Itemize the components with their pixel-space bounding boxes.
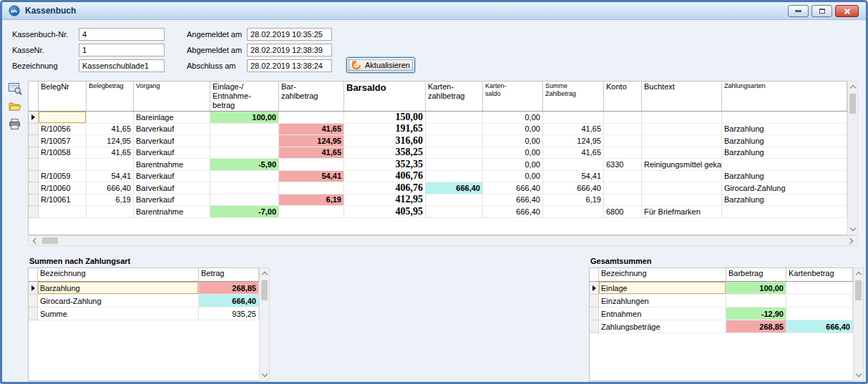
cell-belegbetrag[interactable]: 41,65 [87, 124, 134, 136]
gesamt-vertical-scrollbar[interactable] [853, 267, 864, 381]
cell-summezahl[interactable]: 124,95 [543, 135, 604, 147]
row-selector[interactable] [29, 135, 39, 147]
row-selector[interactable] [29, 171, 39, 183]
cell-belegbetrag[interactable]: 666,40 [87, 182, 134, 195]
cell-barzahl[interactable] [279, 159, 344, 171]
cell-einlage[interactable] [210, 124, 279, 136]
cell-summezahl[interactable]: 6,19 [543, 195, 604, 207]
cell-summezahl[interactable]: 666,40 [543, 182, 604, 195]
cell-buchtext[interactable] [642, 182, 722, 195]
cell-belegnr[interactable]: R/10056 [39, 124, 87, 136]
cell-zahlungsarten[interactable]: Barzahlung [722, 124, 847, 136]
cell-kartensaldo[interactable]: 0,00 [483, 159, 543, 171]
cell-barsaldo[interactable]: 405,95 [344, 206, 426, 218]
current-row-selector[interactable] [29, 112, 39, 124]
cell-kartenzahl[interactable] [426, 124, 483, 136]
cell-barsaldo[interactable]: 406,76 [344, 171, 426, 183]
column-header-buchtext[interactable]: Buchtext [642, 82, 722, 111]
cell-belegnr[interactable] [39, 206, 87, 218]
cell-buchtext[interactable]: Für Briefmarken [642, 206, 722, 218]
cell-barbetrag[interactable]: 100,00 [726, 282, 786, 295]
cell-summezahl[interactable]: 54,41 [543, 171, 604, 183]
cell-kartensaldo[interactable]: 0,00 [483, 135, 543, 147]
cell-zahlungsarten[interactable] [722, 206, 847, 218]
cell-kartenzahl[interactable]: 666,40 [426, 182, 483, 195]
cell-kartenzahl[interactable] [426, 206, 483, 218]
print-button[interactable] [9, 119, 23, 132]
column-header-bezeichnung[interactable]: Bezeichnung [38, 268, 199, 281]
cell-belegnr[interactable] [39, 159, 87, 171]
cell-belegnr[interactable]: R/10059 [39, 171, 87, 183]
cell-barsaldo[interactable]: 352,35 [344, 159, 426, 171]
cell-vorgang[interactable]: Barverkauf [134, 147, 210, 159]
cell-belegbetrag[interactable]: 41,65 [87, 147, 134, 159]
chevron-up-icon[interactable] [261, 272, 267, 277]
cell-barzahl[interactable]: 41,65 [279, 147, 344, 159]
cell-buchtext[interactable] [642, 195, 722, 207]
cell-konto[interactable]: 6330 [604, 159, 642, 171]
cell-summezahl[interactable] [543, 206, 604, 218]
cell-kartensaldo[interactable]: 666,40 [483, 195, 543, 207]
cell-buchtext[interactable] [642, 124, 722, 136]
cell-zahlungsarten[interactable] [722, 159, 847, 171]
column-header-belegnr[interactable]: BelegNr [39, 82, 87, 111]
cell-bezeichnung[interactable]: Girocard-Zahlung [38, 295, 199, 307]
cell-barzahl[interactable]: 41,65 [279, 124, 344, 136]
main-table-horizontal-scrollbar[interactable] [28, 235, 858, 246]
row-selector[interactable] [590, 307, 599, 320]
row-selector[interactable] [29, 182, 39, 195]
close-button[interactable] [835, 5, 859, 17]
row-selector[interactable] [590, 295, 599, 307]
cell-barsaldo[interactable]: 150,00 [344, 112, 426, 124]
cell-bezeichnung[interactable]: Summe [38, 307, 199, 320]
chevron-down-icon[interactable] [849, 225, 855, 231]
chevron-down-icon[interactable] [855, 371, 861, 377]
cell-kartenbetrag[interactable] [786, 295, 853, 307]
row-selector[interactable] [29, 159, 39, 171]
row-selector[interactable] [29, 307, 38, 320]
cell-buchtext[interactable]: Reinigungsmittel gekauft [642, 159, 722, 171]
cell-zahlungsarten[interactable]: Barzahlung [722, 147, 847, 159]
scrollbar-thumb[interactable] [855, 280, 862, 300]
chevron-down-icon[interactable] [261, 371, 267, 377]
row-selector[interactable] [29, 195, 39, 207]
restore-button[interactable] [811, 5, 832, 17]
angemeldet-field[interactable]: 28.02.2019 10:35:25 [247, 28, 332, 41]
cell-summezahl[interactable]: 41,65 [543, 124, 604, 136]
row-selector[interactable] [29, 124, 39, 136]
cell-bezeichnung[interactable]: Einzahlungen [599, 295, 726, 307]
cell-kartenbetrag[interactable] [786, 307, 853, 320]
abschluss-field[interactable]: 28.02.2019 13:38:24 [247, 59, 332, 72]
row-selector[interactable] [29, 147, 39, 159]
cell-vorgang[interactable]: Barentnahme [134, 206, 210, 218]
cell-kartenzahl[interactable] [426, 171, 483, 183]
cell-buchtext[interactable] [642, 135, 722, 147]
cell-bezeichnung[interactable]: Barzahlung [38, 282, 199, 295]
cell-konto[interactable]: 6800 [604, 206, 642, 218]
cell-betrag[interactable]: 666,40 [199, 295, 259, 307]
cell-barsaldo[interactable]: 406,76 [344, 182, 426, 195]
cell-kartensaldo[interactable]: 666,40 [483, 206, 543, 218]
cell-barsaldo[interactable]: 412,95 [344, 195, 426, 207]
cell-einlage[interactable] [210, 182, 279, 195]
cell-bezeichnung[interactable]: Einlage [599, 282, 726, 295]
column-header-kartenzahl[interactable]: Karten- zahlbetrag [426, 82, 483, 111]
cell-kartenzahl[interactable] [426, 112, 483, 124]
chevron-right-icon[interactable] [847, 237, 853, 243]
cell-kartenzahl[interactable] [426, 159, 483, 171]
cell-barsaldo[interactable]: 316,60 [344, 135, 426, 147]
preview-button[interactable] [9, 83, 23, 96]
cell-betrag[interactable]: 935,25 [199, 307, 259, 320]
cell-vorgang[interactable]: Barverkauf [134, 182, 210, 195]
cell-summezahl[interactable] [543, 159, 604, 171]
open-folder-button[interactable] [9, 101, 23, 114]
kassenbuch-nr-field[interactable]: 4 [79, 28, 165, 41]
column-header-zahlungsarten[interactable]: Zahlungsarten [722, 82, 847, 111]
cell-zahlungsarten[interactable] [722, 112, 847, 124]
cell-kartenbetrag[interactable]: 666,40 [786, 320, 853, 333]
cell-barzahl[interactable]: 54,41 [279, 171, 344, 183]
cell-vorgang[interactable]: Barverkauf [134, 135, 210, 147]
column-header-einlage[interactable]: Einlage-/ Entnahme- betrag [210, 82, 279, 111]
cell-zahlungsarten[interactable]: Barzahlung [722, 135, 847, 147]
cell-vorgang[interactable]: Bareinlage [134, 112, 210, 124]
